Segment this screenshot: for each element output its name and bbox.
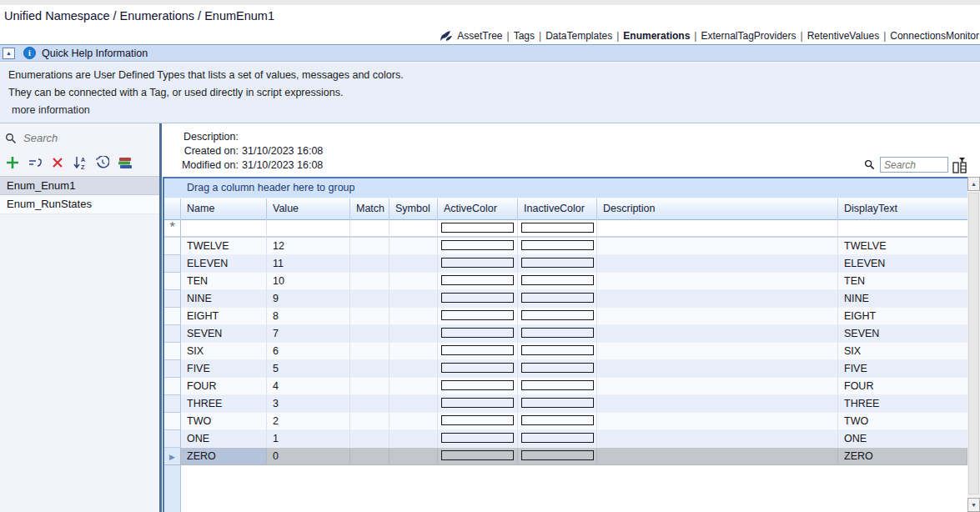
cell-value[interactable]: 11 xyxy=(267,255,350,273)
table-row[interactable]: ▶ZERO0ZERO xyxy=(164,448,967,465)
column-header-description[interactable]: Description xyxy=(597,198,838,220)
list-item[interactable]: Enum_RunStates xyxy=(0,195,159,214)
cell-name[interactable]: TEN xyxy=(181,273,267,290)
table-row[interactable]: ELEVEN11ELEVEN xyxy=(164,255,967,273)
cell-value[interactable]: 7 xyxy=(267,325,350,343)
table-row[interactable]: EIGHT8EIGHT xyxy=(164,308,967,325)
table-row[interactable]: SIX6SIX xyxy=(164,343,967,360)
cell-active-color[interactable] xyxy=(438,448,518,465)
cell-symbol[interactable] xyxy=(389,325,438,343)
history-icon[interactable] xyxy=(95,155,110,170)
add-icon[interactable] xyxy=(5,155,20,170)
cell-value[interactable]: 2 xyxy=(267,413,350,430)
cell-match[interactable] xyxy=(350,290,389,308)
cell-description[interactable] xyxy=(597,395,838,413)
cell-value[interactable]: 9 xyxy=(267,290,350,308)
active-color-swatch[interactable] xyxy=(441,415,514,425)
active-color-swatch[interactable] xyxy=(441,380,514,390)
column-header-symbol[interactable]: Symbol xyxy=(389,198,438,220)
cell-display[interactable]: EIGHT xyxy=(838,308,967,325)
table-row[interactable]: TEN10TEN xyxy=(164,273,967,290)
active-color-swatch[interactable] xyxy=(441,310,514,320)
inactive-color-swatch[interactable] xyxy=(521,380,594,390)
cell-active-color[interactable] xyxy=(438,220,518,238)
cell-description[interactable] xyxy=(597,325,838,343)
cell-name[interactable]: SEVEN xyxy=(181,325,267,343)
cell-match[interactable] xyxy=(350,360,389,378)
column-header-inactivecolor[interactable]: InactiveColor xyxy=(518,198,597,220)
cell-display[interactable]: ONE xyxy=(838,430,967,448)
nav-item-externaltagproviders[interactable]: ExternalTagProviders xyxy=(701,30,796,42)
scroll-down-icon[interactable]: ▼ xyxy=(967,498,980,512)
cell-name[interactable]: EIGHT xyxy=(181,308,267,325)
inactive-color-swatch[interactable] xyxy=(521,398,594,408)
cell-match[interactable] xyxy=(350,238,389,255)
sort-az-icon[interactable]: AZ xyxy=(73,155,88,170)
inactive-color-swatch[interactable] xyxy=(521,328,594,338)
cell-active-color[interactable] xyxy=(438,238,518,255)
vertical-scrollbar[interactable]: ▲ ▼ xyxy=(967,177,980,512)
cell-name[interactable]: TWO xyxy=(181,413,267,430)
cell-display[interactable]: THREE xyxy=(838,395,967,413)
inactive-color-swatch[interactable] xyxy=(521,275,594,285)
cell-inactive-color[interactable] xyxy=(518,395,597,413)
cell-match[interactable] xyxy=(350,430,389,448)
active-color-swatch[interactable] xyxy=(441,363,514,373)
collapse-arrow-icon[interactable]: ▲ xyxy=(3,48,15,59)
inactive-color-swatch[interactable] xyxy=(521,433,594,443)
cell-inactive-color[interactable] xyxy=(518,343,597,360)
cell-symbol[interactable] xyxy=(389,220,438,238)
cell-value[interactable]: 10 xyxy=(267,273,350,290)
nav-item-assettree[interactable]: AssetTree xyxy=(457,30,502,42)
cell-match[interactable] xyxy=(350,378,389,395)
list-item[interactable]: Enum_Enum1 xyxy=(0,176,159,195)
cell-display[interactable]: TWELVE xyxy=(838,238,967,255)
cell-inactive-color[interactable] xyxy=(518,360,597,378)
nav-item-datatemplates[interactable]: DataTemplates xyxy=(545,30,612,42)
active-color-swatch[interactable] xyxy=(441,433,514,443)
cell-inactive-color[interactable] xyxy=(518,273,597,290)
cell-inactive-color[interactable] xyxy=(518,308,597,325)
cell-display[interactable]: SIX xyxy=(838,343,967,360)
cell-match[interactable] xyxy=(350,220,389,238)
cell-inactive-color[interactable] xyxy=(518,413,597,430)
cell-value[interactable] xyxy=(267,220,350,238)
cell-match[interactable] xyxy=(350,308,389,325)
cell-active-color[interactable] xyxy=(438,378,518,395)
cell-match[interactable] xyxy=(350,343,389,360)
rename-icon[interactable] xyxy=(28,155,43,170)
active-color-swatch[interactable] xyxy=(441,293,514,303)
cell-display[interactable]: FOUR xyxy=(838,378,967,395)
cell-symbol[interactable] xyxy=(389,308,438,325)
active-color-swatch[interactable] xyxy=(441,345,514,355)
cell-symbol[interactable] xyxy=(389,238,438,255)
cell-description[interactable] xyxy=(597,290,838,308)
table-row[interactable]: * xyxy=(164,220,967,238)
cell-description[interactable] xyxy=(597,413,838,430)
cell-value[interactable]: 5 xyxy=(267,360,350,378)
table-row[interactable]: THREE3THREE xyxy=(164,395,967,413)
cell-symbol[interactable] xyxy=(389,430,438,448)
inactive-color-swatch[interactable] xyxy=(521,293,594,303)
cell-active-color[interactable] xyxy=(438,325,518,343)
cell-value[interactable]: 0 xyxy=(267,448,350,465)
inactive-color-swatch[interactable] xyxy=(521,258,594,268)
table-row[interactable]: NINE9NINE xyxy=(164,290,967,308)
cell-name[interactable]: FOUR xyxy=(181,378,267,395)
scroll-up-icon[interactable]: ▲ xyxy=(967,177,980,191)
cell-display[interactable]: FIVE xyxy=(838,360,967,378)
active-color-swatch[interactable] xyxy=(441,398,514,408)
cell-display[interactable]: SEVEN xyxy=(838,325,967,343)
cell-symbol[interactable] xyxy=(389,255,438,273)
cell-value[interactable]: 3 xyxy=(267,395,350,413)
cell-match[interactable] xyxy=(350,273,389,290)
cell-inactive-color[interactable] xyxy=(518,325,597,343)
nav-item-connectionsmonitor[interactable]: ConnectionsMonitor xyxy=(890,30,979,42)
inactive-color-swatch[interactable] xyxy=(521,223,594,233)
column-chooser-icon[interactable] xyxy=(951,155,969,175)
cell-inactive-color[interactable] xyxy=(518,220,597,238)
group-by-bar[interactable]: Drag a column header here to group xyxy=(164,178,967,198)
column-header-displaytext[interactable]: DisplayText xyxy=(838,198,967,220)
cell-description[interactable] xyxy=(597,448,838,465)
cell-value[interactable]: 6 xyxy=(267,343,350,360)
